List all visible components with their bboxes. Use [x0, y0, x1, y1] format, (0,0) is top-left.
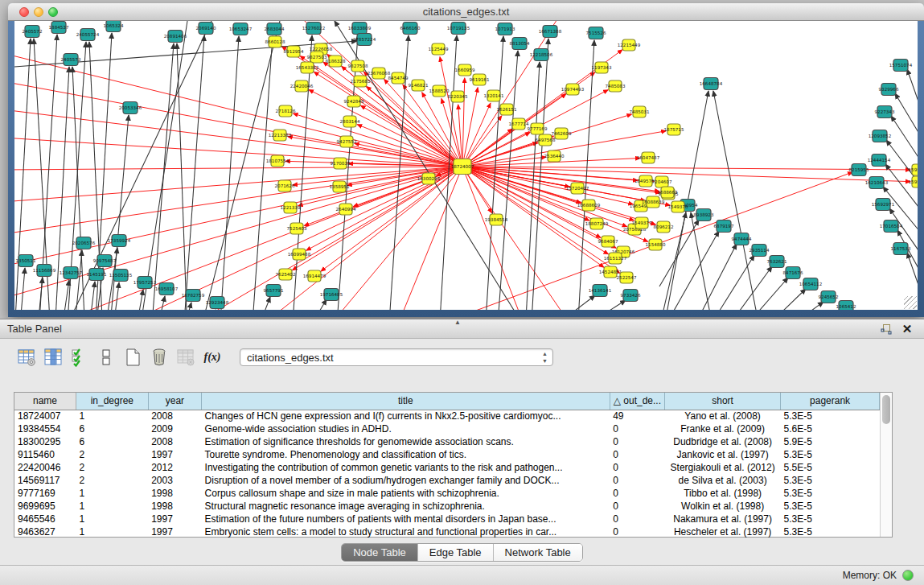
new-table-icon[interactable]: [122, 347, 143, 368]
cell-pagerank[interactable]: 5.3E-5: [781, 500, 880, 513]
cell-in_degree[interactable]: 1: [76, 513, 149, 525]
cell-short[interactable]: Jankovic et al. (1997): [665, 448, 781, 461]
graph-edge-black[interactable]: [738, 278, 788, 310]
window-resize-grip[interactable]: [904, 296, 917, 309]
cell-name[interactable]: 19384554: [14, 422, 76, 435]
graph-edge-black[interactable]: [713, 91, 761, 310]
graph-edge-red[interactable]: [462, 157, 546, 167]
graph-edge-red[interactable]: [462, 167, 529, 310]
graph-edge-black[interactable]: [135, 290, 143, 310]
cell-title[interactable]: Investigating the contribution of common…: [202, 461, 610, 474]
cell-name[interactable]: 9777169: [14, 487, 76, 500]
tab-node-table[interactable]: Node Table: [342, 544, 418, 561]
graph-edge-black[interactable]: [63, 21, 211, 310]
cell-year[interactable]: 2003: [148, 474, 201, 487]
cell-name[interactable]: 9465546: [14, 513, 76, 525]
cell-title[interactable]: Estimation of significance thresholds fo…: [202, 435, 610, 448]
graph-edge-black[interactable]: [19, 268, 25, 310]
graph-edge-black[interactable]: [199, 21, 280, 310]
cell-year[interactable]: 2009: [148, 422, 201, 435]
column-header-year[interactable]: year: [148, 393, 201, 410]
cell-pagerank[interactable]: 5.3E-5: [781, 513, 880, 525]
network-window-titlebar[interactable]: citations_edges.txt: [8, 3, 924, 21]
cell-title[interactable]: Changes of HCN gene expression and I(f) …: [202, 410, 610, 422]
graph-edge-black[interactable]: [88, 282, 95, 310]
tab-network-table[interactable]: Network Table: [494, 544, 582, 561]
close-panel-icon[interactable]: ✕: [900, 322, 914, 336]
cell-short[interactable]: Dudbridge et al. (2008): [665, 435, 781, 448]
graph-edge-black[interactable]: [722, 266, 772, 310]
cell-title[interactable]: Estimation of the future numbers of pati…: [202, 513, 610, 525]
cell-title[interactable]: Corpus callosum shape and size in male p…: [202, 487, 610, 500]
cell-title[interactable]: Genome-wide association studies in ADHD.: [202, 422, 610, 435]
table-row[interactable]: 1456911722003Disruption of a novel membe…: [14, 474, 880, 487]
cell-in_degree[interactable]: 2: [76, 448, 149, 461]
memory-status-icon[interactable]: [902, 570, 914, 581]
cell-short[interactable]: Franke et al. (2009): [665, 422, 781, 435]
graph-edge-red[interactable]: [462, 167, 648, 241]
cell-name[interactable]: 14569117: [14, 474, 76, 487]
graph-edge-red[interactable]: [14, 167, 462, 234]
graph-edge-red[interactable]: [348, 163, 462, 167]
cell-short[interactable]: de Silva et al. (2003): [665, 474, 781, 487]
column-chooser-icon[interactable]: [43, 347, 64, 368]
column-header-pagerank[interactable]: pagerank: [781, 393, 880, 410]
graph-edge-black[interactable]: [74, 250, 82, 310]
graph-edge-black[interactable]: [252, 36, 273, 310]
cell-pagerank[interactable]: 5.3E-5: [781, 525, 880, 538]
cell-in_degree[interactable]: 6: [76, 422, 149, 435]
column-header-title[interactable]: title: [202, 393, 610, 410]
table-row[interactable]: 1938455462009Genome-wide association stu…: [14, 422, 880, 435]
cell-in_degree[interactable]: 1: [76, 500, 149, 513]
graph-edge-black[interactable]: [891, 116, 918, 166]
cell-title[interactable]: Embryonic stem cells: a model to study s…: [202, 525, 610, 538]
column-header-out_degree[interactable]: △ out_de...: [610, 393, 664, 410]
cell-out_degree[interactable]: 0: [610, 461, 664, 474]
graph-edge-black[interactable]: [139, 21, 187, 310]
cell-name[interactable]: 18724007: [14, 410, 76, 422]
graph-edge-red[interactable]: [384, 79, 462, 167]
graph-edge-red[interactable]: [462, 167, 633, 204]
row-height-icon[interactable]: [96, 347, 117, 368]
cell-out_degree[interactable]: 0: [610, 513, 664, 525]
cell-out_degree[interactable]: 0: [610, 487, 664, 500]
table-row[interactable]: 911546021997Tourette syndrome. Phenomeno…: [14, 448, 880, 461]
cell-short[interactable]: Yano et al. (2008): [665, 410, 781, 422]
cell-out_degree[interactable]: 0: [610, 525, 664, 538]
table-row[interactable]: 1872400712008Changes of HCN gene express…: [14, 410, 880, 422]
cell-name[interactable]: 9463627: [14, 525, 76, 538]
scrollbar-thumb[interactable]: [882, 395, 890, 424]
cell-pagerank[interactable]: 5.6E-5: [781, 422, 880, 435]
graph-edge-black[interactable]: [758, 289, 806, 310]
cell-title[interactable]: Tourette syndrome. Phenomenology and cla…: [202, 448, 610, 461]
graph-edge-black[interactable]: [37, 278, 43, 310]
cell-pagerank[interactable]: 5.3E-5: [781, 474, 880, 487]
cell-name[interactable]: 22420046: [14, 461, 76, 474]
graph-edge-black[interactable]: [61, 280, 69, 310]
cell-pagerank[interactable]: 5.3E-5: [781, 410, 880, 422]
graph-edge-black[interactable]: [895, 93, 918, 142]
table-row[interactable]: 2242004622012Investigating the contribut…: [14, 461, 880, 474]
cell-in_degree[interactable]: 2: [76, 474, 149, 487]
graph-edge-red[interactable]: [462, 167, 910, 170]
function-builder-icon[interactable]: f(x): [202, 347, 223, 368]
network-canvas-svg[interactable]: 2405572188453724055724106532420891406206…: [14, 21, 918, 310]
network-table-select[interactable]: citations_edges.txt▲▼: [240, 348, 553, 366]
cell-year[interactable]: 2008: [148, 410, 201, 422]
cell-short[interactable]: Wolkin et al. (1998): [665, 500, 781, 513]
graph-edge-black[interactable]: [690, 244, 737, 310]
table-row[interactable]: 1830029562008Estimation of significance …: [14, 435, 880, 448]
cell-year[interactable]: 1997: [148, 513, 201, 525]
cell-year[interactable]: 1998: [148, 500, 201, 513]
cell-year[interactable]: 2012: [148, 461, 201, 474]
cell-short[interactable]: Tibbo et al. (1998): [665, 487, 781, 500]
column-header-short[interactable]: short: [665, 393, 781, 410]
cell-in_degree[interactable]: 1: [76, 525, 149, 538]
graph-edge-red[interactable]: [14, 167, 462, 202]
cell-name[interactable]: 9115460: [14, 448, 76, 461]
table-row[interactable]: 946554611997Estimation of the future num…: [14, 513, 880, 525]
cell-short[interactable]: Hescheler et al. (1997): [665, 525, 781, 538]
cell-in_degree[interactable]: 1: [76, 410, 149, 422]
cell-pagerank[interactable]: 5.9E-5: [781, 435, 880, 448]
graph-edge-black[interactable]: [151, 43, 174, 310]
